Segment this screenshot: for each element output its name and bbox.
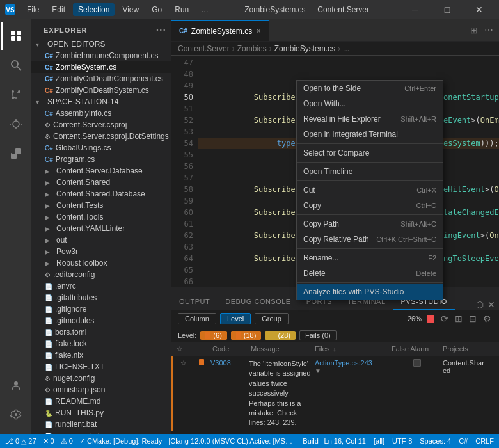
tree-gitignore[interactable]: 📄 .gitignore	[31, 303, 171, 315]
tree-robusttoolbox[interactable]: ▶ RobustToolbox	[31, 257, 171, 269]
pvs-badge-3[interactable]: (28)	[265, 331, 296, 340]
activity-explorer[interactable]	[1, 22, 29, 50]
status-encoding[interactable]: UTF-8	[392, 437, 412, 445]
menu-more[interactable]: ...	[196, 3, 213, 16]
tree-globalusings[interactable]: C# GlobalUsings.cs	[31, 142, 171, 154]
tree-editorconfig[interactable]: ⚙ .editorconfig	[31, 269, 171, 280]
tree-nuget[interactable]: ⚙ nuget.config	[31, 372, 171, 384]
ctx-rename[interactable]: Rename... F2	[297, 250, 443, 266]
pvs-action-2[interactable]: ⊞	[454, 312, 464, 325]
open-editor-zombie-system[interactable]: C# ZombieSystem.cs	[31, 61, 171, 73]
activity-source-control[interactable]	[1, 81, 29, 109]
status-all[interactable]: [all]	[374, 437, 384, 445]
false-alarm-cell[interactable]	[392, 359, 443, 367]
status-build[interactable]: Build	[303, 437, 318, 445]
tree-shared-database[interactable]: ▶ Content.Shared.Database	[31, 188, 171, 200]
tree-pow3r[interactable]: ▶ Pow3r	[31, 246, 171, 257]
activity-search[interactable]	[1, 51, 29, 79]
more-actions-icon[interactable]: ⋯	[482, 24, 495, 36]
ss14-group[interactable]: ▾ SPACE-STATION-14	[31, 96, 171, 108]
tree-runserver[interactable]: 📄 runserver.bat	[31, 430, 171, 434]
split-editor-icon[interactable]: ⊞	[468, 24, 480, 36]
pvs-table-row[interactable]: ☆ V3011 It is odd that the body of 'CanS…	[171, 431, 499, 434]
panel-maximize-icon[interactable]: ⬡	[476, 300, 484, 310]
panel-close-icon[interactable]: ✕	[487, 300, 495, 310]
pvs-action-3[interactable]: ⊟	[468, 312, 478, 325]
tab-close-button[interactable]: ✕	[256, 28, 261, 35]
tree-tools[interactable]: ▶ Content.Tools	[31, 211, 171, 223]
status-eol[interactable]: CRLF	[475, 437, 494, 445]
menu-edit[interactable]: Edit	[47, 3, 70, 16]
tree-tests[interactable]: ▶ Content.Tests	[31, 200, 171, 211]
ctx-cut[interactable]: Cut Ctrl+X	[297, 182, 443, 198]
pvs-level-button[interactable]: Level	[220, 313, 251, 324]
tree-flake-lock[interactable]: 📄 flake.lock	[31, 338, 171, 349]
tree-gitattributes[interactable]: 📄 .gitattributes	[31, 292, 171, 303]
pvs-fails-button[interactable]: Fails (0)	[299, 330, 337, 340]
tree-bors[interactable]: 📄 bors.toml	[31, 326, 171, 338]
close-button[interactable]: ✕	[464, 0, 494, 19]
ctx-copy[interactable]: Copy Ctrl+C	[297, 198, 443, 213]
status-spaces[interactable]: Spaces: 4	[420, 437, 451, 445]
tree-csproj-dotsettings[interactable]: ⚙ Content.Server.csproj.DotSettings	[31, 131, 171, 142]
pvs-settings-icon[interactable]: ⚙	[482, 312, 493, 325]
tree-program[interactable]: C# Program.cs	[31, 154, 171, 165]
ctx-open-terminal[interactable]: Open in Integrated Terminal	[297, 127, 443, 142]
pvs-table-row[interactable]: ☆ V3008 The 'ItemIconStyle' variable is …	[171, 356, 499, 431]
ctx-open-timeline[interactable]: Open Timeline	[297, 164, 443, 179]
explorer-more-button[interactable]: ···	[156, 24, 166, 36]
activity-debug[interactable]	[1, 110, 29, 138]
ctx-reveal-explorer[interactable]: Reveal in File Explorer Shift+Alt+R	[297, 111, 443, 127]
tree-out[interactable]: ▶ out	[31, 234, 171, 246]
status-errors[interactable]: ✕ 0	[43, 437, 54, 445]
ctx-delete[interactable]: Delete Delete	[297, 266, 443, 281]
tree-runclient[interactable]: 📄 runclient.bat	[31, 419, 171, 430]
pvs-table[interactable]: ☆ Code Message Files ↓ False Alarm Proje…	[171, 342, 499, 434]
col-files-header[interactable]: Files ↓	[315, 345, 392, 353]
activity-extensions[interactable]	[1, 140, 29, 168]
open-editors-group[interactable]: ▾ OPEN EDITORS	[31, 38, 171, 50]
menu-run[interactable]: Run	[170, 3, 194, 16]
pvs-stop-icon[interactable]	[427, 315, 434, 323]
ctx-open-with[interactable]: Open With...	[297, 96, 443, 111]
status-warnings[interactable]: ⚠ 0	[61, 437, 73, 445]
checkbox-cell[interactable]	[193, 359, 210, 365]
menu-selection[interactable]: Selection	[73, 3, 115, 16]
pvs-action-1[interactable]: ⟳	[440, 312, 450, 325]
tree-server-database[interactable]: ▶ Content.Server.Database	[31, 165, 171, 177]
tree-assemblyinfo[interactable]: C# AssemblyInfo.cs	[31, 108, 171, 119]
ctx-open-side[interactable]: Open to the Side Ctrl+Enter	[297, 81, 443, 96]
open-editor-zombify-death-comp[interactable]: C# ZombifyOnDeathComponent.cs	[31, 73, 171, 84]
open-editor-zombify-death-sys[interactable]: C# ZombifyOnDeathSystem.cs	[31, 84, 171, 96]
tree-flake-nix[interactable]: 📄 flake.nix	[31, 349, 171, 361]
activity-settings[interactable]	[1, 401, 29, 429]
tree-envrc[interactable]: 📄 .envrc	[31, 280, 171, 292]
maximize-button[interactable]: □	[432, 0, 462, 19]
breadcrumb-file[interactable]: ZombieSystem.cs	[274, 44, 335, 53]
tree-csproj[interactable]: ⚙ Content.Server.csproj	[31, 119, 171, 131]
pvs-group-button[interactable]: Group	[255, 313, 289, 324]
open-editor-zombie-immune[interactable]: C# ZombieImmuneComponent.cs	[31, 50, 171, 61]
activity-accounts[interactable]	[1, 371, 29, 399]
menu-go[interactable]: Go	[147, 3, 167, 16]
tree-yamllinter[interactable]: ▶ Content.YAMLLinter	[31, 223, 171, 234]
file-cell[interactable]: ActionType.cs:243▼	[315, 359, 392, 374]
menu-file[interactable]: File	[22, 3, 44, 16]
status-lang[interactable]: C#	[459, 437, 468, 445]
menu-view[interactable]: View	[117, 3, 144, 16]
pvs-badge-1[interactable]: (6)	[200, 331, 226, 340]
tree-readme[interactable]: 📄 README.md	[31, 396, 171, 407]
ctx-analyze-pvs[interactable]: Analyze files with PVS-Studio	[297, 284, 443, 300]
tree-gitmodules[interactable]: 📄 .gitmodules	[31, 315, 171, 326]
tree-shared[interactable]: ▶ Content.Shared	[31, 177, 171, 188]
panel-tab-debug[interactable]: DEBUG CONSOLE	[218, 294, 298, 310]
tab-zombie-system[interactable]: C# ZombieSystem.cs ✕	[171, 20, 269, 41]
tree-license[interactable]: 📄 LICENSE.TXT	[31, 361, 171, 372]
ctx-copy-path[interactable]: Copy Path Shift+Alt+C	[297, 216, 443, 232]
breadcrumb-zombies[interactable]: Zombies	[237, 44, 267, 53]
status-clang[interactable]: |Clang 12.0.0 (MSVC CL) Active: [MSVC CL…	[168, 437, 296, 445]
status-ln-col[interactable]: Ln 16, Col 11	[324, 437, 366, 445]
pvs-column-button[interactable]: Column	[178, 313, 216, 324]
pvs-badge-2[interactable]: (18)	[231, 331, 262, 340]
status-branch[interactable]: ⎇ 0 △ 27	[5, 437, 36, 445]
